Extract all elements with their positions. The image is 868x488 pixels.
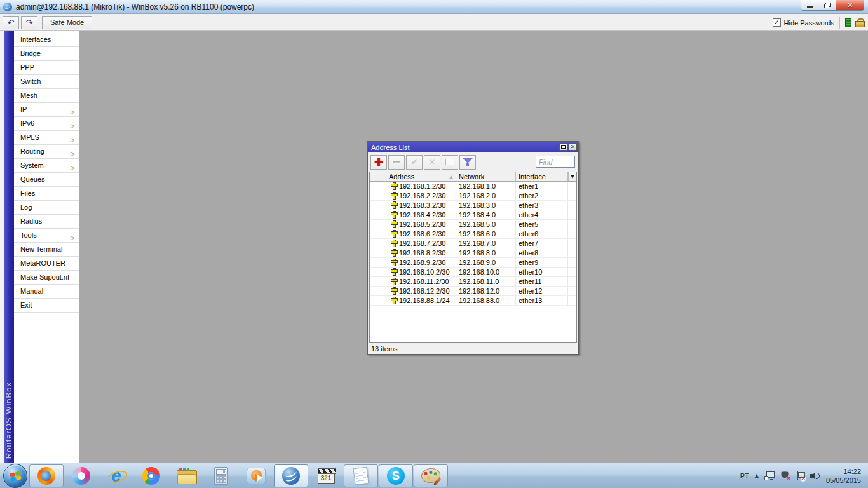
sidebar-item-interfaces[interactable]: Interfaces bbox=[14, 33, 79, 47]
redo-button[interactable]: ↷ bbox=[21, 16, 37, 29]
table-row[interactable]: 192.168.8.2/30 192.168.8.0 ether8 bbox=[370, 248, 576, 258]
app-title: admin@192.168.88.1 (MikroTik) - WinBox v… bbox=[16, 3, 254, 11]
filter-button[interactable] bbox=[459, 155, 476, 170]
taskbar-item-winbox[interactable] bbox=[274, 464, 308, 487]
restore-button[interactable] bbox=[818, 0, 836, 11]
taskbar-item-media-player-classic[interactable]: 321 bbox=[309, 464, 343, 487]
show-hidden-icons-button[interactable]: ▲ bbox=[755, 473, 759, 478]
redo-icon: ↷ bbox=[26, 18, 33, 27]
table-row[interactable]: 192.168.5.2/30 192.168.5.0 ether5 bbox=[370, 220, 576, 229]
sidebar-item-metarouter[interactable]: MetaROUTER bbox=[14, 257, 79, 271]
chrome-icon bbox=[142, 467, 160, 485]
taskbar-item-firefox[interactable] bbox=[29, 464, 64, 487]
remove-address-button[interactable] bbox=[388, 155, 405, 170]
clock[interactable]: 14:22 05/05/2015 bbox=[826, 467, 861, 485]
sidebar-item-exit[interactable]: Exit bbox=[14, 299, 79, 313]
header-interface[interactable]: Interface bbox=[516, 172, 568, 181]
undo-icon: ↶ bbox=[8, 18, 15, 27]
table-row[interactable]: 192.168.11.2/30 192.168.11.0 ether11 bbox=[370, 277, 576, 287]
sidebar-item-bridge[interactable]: Bridge bbox=[14, 47, 79, 61]
find-input[interactable] bbox=[536, 156, 575, 168]
taskbar-item-windows-explorer[interactable] bbox=[169, 464, 203, 487]
sidebar-item-new-terminal[interactable]: New Terminal bbox=[14, 243, 79, 257]
secure-session-lock-icon bbox=[855, 18, 864, 27]
table-row[interactable]: 192.168.2.2/30 192.168.2.0 ether2 bbox=[370, 191, 576, 201]
language-indicator[interactable]: PT bbox=[740, 472, 749, 480]
table-row[interactable]: 192.168.1.2/30 192.168.1.0 ether1 bbox=[370, 182, 576, 191]
sidebar-item-ppp[interactable]: PPP bbox=[14, 61, 79, 75]
taskbar-item-media-player[interactable] bbox=[239, 464, 273, 487]
sidebar-item-log[interactable]: Log bbox=[14, 201, 79, 215]
undo-button[interactable]: ↶ bbox=[3, 16, 19, 29]
toolbar-right: ✓ Hide Passwords bbox=[773, 16, 864, 29]
sidebar-item-queues[interactable]: Queues bbox=[14, 173, 79, 187]
taskbar-item-skype[interactable]: S bbox=[379, 464, 413, 487]
firefox-icon bbox=[37, 467, 55, 485]
screen: admin@192.168.88.1 (MikroTik) - WinBox v… bbox=[0, 0, 868, 488]
table-row[interactable]: 192.168.10.2/30 192.168.10.0 ether10 bbox=[370, 268, 576, 277]
header-network[interactable]: Network bbox=[456, 172, 516, 181]
sidebar-item-routing[interactable]: Routing▷ bbox=[14, 145, 79, 159]
sidebar-item-files[interactable]: Files bbox=[14, 187, 79, 201]
table-row[interactable]: 192.168.4.2/30 192.168.4.0 ether4 bbox=[370, 210, 576, 220]
network-status-icon[interactable] bbox=[764, 471, 775, 480]
speaker-icon[interactable] bbox=[810, 471, 820, 480]
address-list-close-button[interactable]: ✕ bbox=[569, 143, 577, 151]
window-controls: ✕ bbox=[801, 0, 864, 11]
comment-button[interactable] bbox=[442, 155, 458, 170]
taskbar-item-spark-browser[interactable] bbox=[64, 464, 98, 487]
taskbar: e 321 S PT ▲ ✕ ✕ 14:22 05/05/2015 bbox=[0, 463, 868, 488]
hide-passwords-checkbox[interactable]: ✓ bbox=[773, 18, 781, 27]
winbox-icon bbox=[282, 467, 300, 485]
column-picker-button[interactable]: ▼ bbox=[568, 172, 576, 181]
sidebar-item-mpls[interactable]: MPLS▷ bbox=[14, 131, 79, 145]
error-cross-icon: ✕ bbox=[801, 476, 806, 482]
sidebar-item-mesh[interactable]: Mesh bbox=[14, 89, 79, 103]
table-row[interactable]: 192.168.12.2/30 192.168.12.0 ether12 bbox=[370, 287, 576, 296]
add-address-button[interactable]: ✚ bbox=[370, 155, 387, 170]
table-row[interactable]: 192.168.3.2/30 192.168.3.0 ether3 bbox=[370, 201, 576, 210]
paint-icon bbox=[421, 467, 441, 484]
start-button[interactable] bbox=[3, 464, 27, 488]
minimize-button[interactable] bbox=[801, 0, 818, 11]
mdi-desktop: Address List ✕ ✚ ✔ ✕ Address Ne bbox=[80, 31, 868, 463]
sidebar-item-manual[interactable]: Manual bbox=[14, 285, 79, 299]
safe-mode-button[interactable]: Safe Mode bbox=[42, 16, 92, 29]
sidebar-item-system[interactable]: System▷ bbox=[14, 159, 79, 173]
action-center-flag-icon[interactable]: ✕ bbox=[796, 471, 804, 480]
power-plug-icon[interactable]: ✕ bbox=[780, 471, 790, 480]
table-row[interactable]: 192.168.7.2/30 192.168.7.0 ether7 bbox=[370, 239, 576, 248]
ip-address-icon bbox=[391, 240, 397, 247]
ip-address-icon bbox=[391, 193, 397, 200]
sidebar-item-make-supout[interactable]: Make Supout.rif bbox=[14, 271, 79, 285]
header-address[interactable]: Address bbox=[386, 172, 456, 181]
sidebar-item-switch[interactable]: Switch bbox=[14, 75, 79, 89]
close-button[interactable]: ✕ bbox=[836, 0, 864, 11]
address-list-titlebar[interactable]: Address List ✕ bbox=[368, 142, 578, 152]
taskbar-item-internet-explorer[interactable]: e bbox=[99, 464, 133, 487]
sidebar-item-tools[interactable]: Tools▷ bbox=[14, 229, 79, 243]
address-list-maximize-button[interactable] bbox=[559, 143, 567, 151]
sidebar-item-ip[interactable]: IP▷ bbox=[14, 103, 79, 117]
disable-address-button[interactable]: ✕ bbox=[424, 155, 440, 170]
taskbar-item-chrome[interactable] bbox=[134, 464, 168, 487]
media-player-icon bbox=[247, 468, 266, 484]
taskbar-item-calculator[interactable] bbox=[204, 464, 238, 487]
ip-address-icon bbox=[391, 250, 397, 257]
close-icon: ✕ bbox=[571, 144, 576, 150]
ip-address-icon bbox=[391, 231, 397, 238]
header-selector-column[interactable] bbox=[370, 172, 386, 181]
sidebar-item-ipv6[interactable]: IPv6▷ bbox=[14, 117, 79, 131]
address-table-body: 192.168.1.2/30 192.168.1.0 ether1 192.16… bbox=[370, 182, 576, 342]
table-row[interactable]: 192.168.88.1/24 192.168.88.0 ether13 bbox=[370, 296, 576, 306]
taskbar-item-paint[interactable] bbox=[414, 464, 448, 487]
sidebar-item-radius[interactable]: Radius bbox=[14, 215, 79, 229]
error-cross-icon: ✕ bbox=[786, 476, 791, 482]
table-row[interactable]: 192.168.9.2/30 192.168.9.0 ether9 bbox=[370, 258, 576, 268]
enable-address-button[interactable]: ✔ bbox=[406, 155, 423, 170]
table-row[interactable]: 192.168.6.2/30 192.168.6.0 ether6 bbox=[370, 229, 576, 239]
app-titlebar[interactable]: admin@192.168.88.1 (MikroTik) - WinBox v… bbox=[0, 0, 868, 14]
taskbar-item-notepad[interactable] bbox=[344, 464, 378, 487]
tray-date: 05/05/2015 bbox=[826, 476, 861, 485]
windows-flag-icon bbox=[10, 471, 22, 482]
